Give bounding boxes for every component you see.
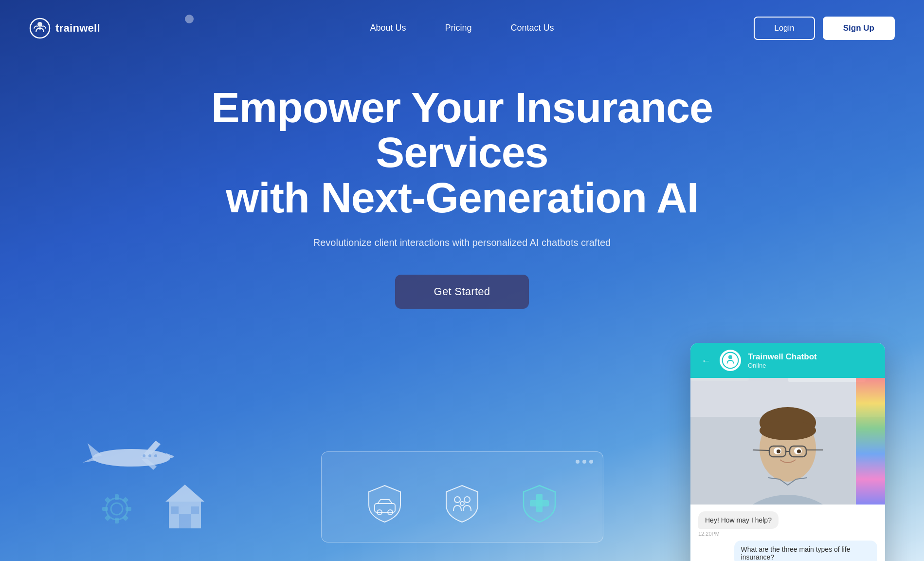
browser-mockup [321,451,603,542]
svg-rect-14 [530,500,549,506]
svg-point-31 [728,355,732,359]
svg-point-50 [797,449,801,453]
nav-buttons: Login Sign Up [754,17,895,40]
hero-content: Empower Your Insurance Services with Nex… [0,56,924,309]
svg-point-6 [143,454,145,457]
logo-icon [29,18,51,39]
brand-name: trainwell [55,22,100,35]
car-insurance-icon [366,483,403,524]
svg-rect-24 [102,507,108,511]
chatbot-info: Trainwell Chatbot Online [748,352,876,369]
svg-rect-18 [171,506,179,514]
hero-illustration: ← Trainwell Chatbot Online [0,338,924,542]
browser-dot-1 [576,460,580,464]
svg-rect-17 [179,514,191,528]
chat-bubble-bot-1: Hey! How may I help? [698,511,779,529]
svg-point-3 [92,449,170,467]
nav-pricing[interactable]: Pricing [425,23,491,33]
chatbot-status: Online [748,362,876,369]
signup-button[interactable]: Sign Up [823,17,895,40]
svg-point-41 [760,421,816,440]
chatbot-avatar [720,350,741,371]
svg-point-5 [148,454,151,457]
svg-marker-15 [165,485,204,502]
svg-point-21 [111,503,123,515]
hero-section: trainwell About Us Pricing Contact Us Lo… [0,0,924,561]
airplane-decoration [78,433,175,484]
logo-area: trainwell [29,18,100,39]
chat-time-1: 12:20PM [698,531,877,537]
svg-rect-19 [191,506,199,514]
svg-rect-29 [123,515,129,522]
chatbot-card: ← Trainwell Chatbot Online [690,343,885,561]
svg-rect-23 [115,518,119,524]
chatbot-photo [690,378,885,505]
chatbot-header: ← Trainwell Chatbot Online [690,343,885,378]
navbar: trainwell About Us Pricing Contact Us Lo… [0,0,924,56]
hero-title-line2: with Next-Generation AI [226,173,698,222]
chat-user-message-1: What are the three main types of life in… [698,541,877,561]
hero-title: Empower Your Insurance Services with Nex… [195,85,730,220]
family-insurance-icon [444,483,480,524]
hero-title-line1: Empower Your Insurance Services [211,83,713,176]
browser-bar [331,460,593,464]
house-decoration [163,482,207,533]
svg-rect-35 [690,378,749,381]
chatbot-messages: Hey! How may I help? 12:20PM What are th… [690,505,885,561]
chat-bot-message-1: Hey! How may I help? 12:20PM [698,511,877,537]
svg-rect-36 [856,378,885,505]
svg-point-2 [38,27,41,30]
svg-rect-22 [115,494,119,500]
svg-point-4 [154,454,157,457]
chatbot-name: Trainwell Chatbot [748,352,876,362]
health-insurance-icon [521,483,558,524]
svg-rect-27 [123,497,129,504]
svg-line-45 [753,450,769,450]
insurance-icons-row [331,473,593,534]
svg-rect-28 [105,515,111,522]
nav-links: About Us Pricing Contact Us [350,23,573,33]
svg-rect-34 [788,378,866,382]
chat-bubble-user-1: What are the three main types of life in… [734,541,877,561]
browser-dot-3 [589,460,593,464]
svg-rect-26 [105,497,111,504]
hero-subtitle: Revolutionize client interactions with p… [292,235,633,250]
svg-point-49 [777,449,780,453]
browser-dot-2 [582,460,586,464]
get-started-button[interactable]: Get Started [395,275,529,309]
gear-decoration [100,492,134,528]
svg-rect-25 [126,507,131,511]
nav-about[interactable]: About Us [350,23,425,33]
chatbot-back-button[interactable]: ← [699,355,713,366]
nav-contact[interactable]: Contact Us [491,23,574,33]
login-button[interactable]: Login [754,17,815,40]
